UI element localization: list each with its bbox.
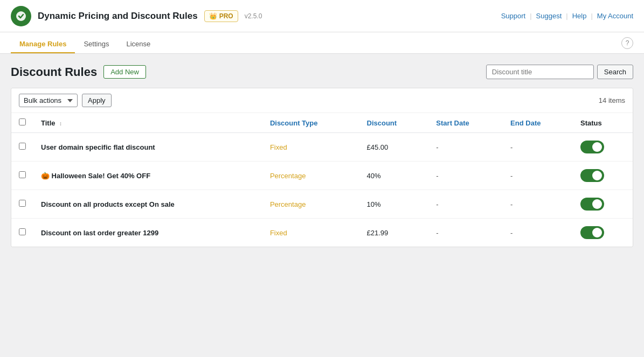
page-title: Discount Rules	[11, 65, 97, 79]
discount-rules-table-container: Bulk actions Delete Enable Disable Apply…	[11, 88, 633, 247]
row-title: Discount on last order greater 1299	[33, 219, 262, 247]
row-discount-type: Percentage	[262, 190, 359, 219]
nav-bar: Manage Rules Settings License ?	[0, 32, 644, 54]
toolbar-left: Bulk actions Delete Enable Disable Apply	[19, 94, 112, 107]
status-toggle[interactable]	[580, 169, 604, 182]
row-checkbox[interactable]	[19, 143, 26, 150]
row-checkbox-cell	[11, 133, 33, 162]
row-checkbox-cell	[11, 162, 33, 190]
row-discount: 40%	[359, 162, 429, 190]
row-status-cell	[573, 162, 633, 190]
row-discount: 10%	[359, 190, 429, 219]
support-link[interactable]: Support	[501, 12, 526, 20]
items-count: 14 items	[599, 96, 625, 104]
row-end-date: -	[503, 162, 573, 190]
row-discount-type: Percentage	[262, 162, 359, 190]
page-header-right: Search	[486, 65, 633, 79]
my-account-link[interactable]: My Account	[597, 12, 633, 20]
row-title: 🎃 Halloween Sale! Get 40% OFF	[33, 162, 262, 190]
row-end-date: -	[503, 133, 573, 162]
table-row: Discount on last order greater 1299 Fixe…	[11, 219, 633, 247]
table-body: User domain specific flat discount Fixed…	[11, 133, 633, 247]
row-title: User domain specific flat discount	[33, 133, 262, 162]
top-bar-right: Support | Suggest | Help | My Account	[501, 12, 633, 20]
tab-license[interactable]: License	[117, 36, 159, 53]
toggle-slider	[580, 141, 604, 153]
table-row: Discount on all products except On sale …	[11, 190, 633, 219]
row-checkbox-cell	[11, 219, 33, 247]
col-header-start-date: Start Date	[428, 113, 503, 133]
top-bar: Dynamic Pricing and Discount Rules 👑 PRO…	[0, 0, 644, 32]
row-start-date: -	[428, 162, 503, 190]
toggle-slider	[580, 198, 604, 211]
help-circle-icon[interactable]: ?	[621, 37, 633, 49]
help-link[interactable]: Help	[572, 12, 587, 20]
col-header-title[interactable]: Title ↕	[33, 113, 262, 133]
discount-rules-table: Title ↕ Discount Type Discount Start Dat…	[11, 113, 633, 247]
page-header-left: Discount Rules Add New	[11, 65, 146, 79]
separator-1: |	[530, 12, 531, 20]
bulk-actions-select[interactable]: Bulk actions Delete Enable Disable	[19, 94, 78, 107]
table-toolbar: Bulk actions Delete Enable Disable Apply…	[11, 88, 633, 113]
row-discount-type: Fixed	[262, 133, 359, 162]
table-header: Title ↕ Discount Type Discount Start Dat…	[11, 113, 633, 133]
page-header: Discount Rules Add New Search	[11, 65, 633, 79]
search-input[interactable]	[486, 65, 594, 79]
row-end-date: -	[503, 219, 573, 247]
suggest-link[interactable]: Suggest	[536, 12, 562, 20]
row-checkbox[interactable]	[19, 200, 26, 207]
row-status-cell	[573, 219, 633, 247]
sort-icon: ↕	[59, 121, 62, 127]
row-start-date: -	[428, 133, 503, 162]
add-new-button[interactable]: Add New	[103, 65, 146, 79]
toggle-slider	[580, 169, 604, 182]
row-discount-type: Fixed	[262, 219, 359, 247]
table-row: 🎃 Halloween Sale! Get 40% OFF Percentage…	[11, 162, 633, 190]
tab-manage-rules[interactable]: Manage Rules	[11, 36, 75, 53]
status-toggle[interactable]	[580, 141, 604, 153]
row-checkbox[interactable]	[19, 171, 26, 178]
search-button[interactable]: Search	[597, 65, 633, 79]
select-all-header	[11, 113, 33, 133]
separator-2: |	[566, 12, 567, 20]
app-title: Dynamic Pricing and Discount Rules	[38, 11, 198, 22]
row-start-date: -	[428, 190, 503, 219]
row-start-date: -	[428, 219, 503, 247]
col-header-discount: Discount	[359, 113, 429, 133]
row-status-cell	[573, 133, 633, 162]
app-logo	[11, 6, 31, 26]
col-header-discount-type: Discount Type	[262, 113, 359, 133]
status-toggle[interactable]	[580, 198, 604, 211]
pro-crown-icon: 👑	[209, 12, 217, 20]
row-discount: £21.99	[359, 219, 429, 247]
row-checkbox-cell	[11, 190, 33, 219]
status-toggle[interactable]	[580, 226, 604, 239]
col-header-end-date: End Date	[503, 113, 573, 133]
main-content: Discount Rules Add New Search Bulk actio…	[0, 54, 644, 357]
row-checkbox[interactable]	[19, 228, 26, 235]
row-status-cell	[573, 190, 633, 219]
row-discount: £45.00	[359, 133, 429, 162]
separator-3: |	[591, 12, 592, 20]
table-row: User domain specific flat discount Fixed…	[11, 133, 633, 162]
row-end-date: -	[503, 190, 573, 219]
version-text: v2.5.0	[245, 12, 262, 20]
top-bar-left: Dynamic Pricing and Discount Rules 👑 PRO…	[11, 6, 262, 26]
pro-label: PRO	[219, 12, 233, 20]
col-header-status: Status	[573, 113, 633, 133]
nav-tabs: Manage Rules Settings License	[11, 36, 159, 53]
tab-settings[interactable]: Settings	[75, 36, 117, 53]
toggle-slider	[580, 226, 604, 239]
select-all-checkbox[interactable]	[19, 118, 26, 125]
pro-badge: 👑 PRO	[204, 10, 238, 22]
apply-button[interactable]: Apply	[82, 94, 112, 107]
row-title: Discount on all products except On sale	[33, 190, 262, 219]
